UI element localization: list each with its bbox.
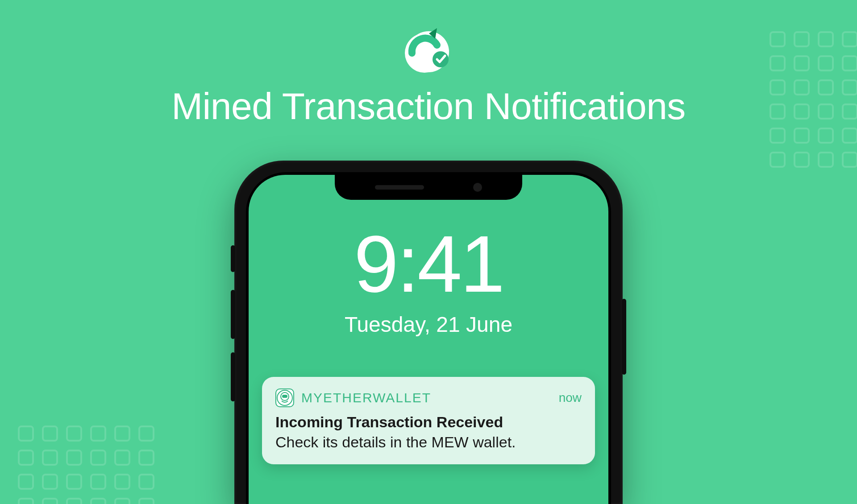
hero-section: Mined Transaction Notifications (0, 0, 857, 128)
phone-speaker (375, 185, 424, 190)
phone-frame: 9:41 Tuesday, 21 June MY (234, 161, 623, 504)
svg-rect-4 (282, 395, 287, 398)
decorative-squares-bottom-left (18, 426, 154, 504)
notification-app-name: MYETHERWALLET (301, 390, 431, 405)
notification-title: Incoming Transaction Received (275, 413, 582, 431)
notification-card[interactable]: MYETHERWALLET now Incoming Transaction R… (262, 377, 595, 464)
notification-body: Check its details in the MEW wallet. (275, 434, 582, 451)
phone-front-camera (473, 183, 482, 192)
phone-notch (335, 175, 522, 200)
page-title: Mined Transaction Notifications (171, 85, 686, 128)
lock-screen-date: Tuesday, 21 June (262, 312, 595, 337)
phone-mockup: 9:41 Tuesday, 21 June MY (234, 161, 623, 504)
notification-time: now (559, 391, 582, 405)
checkmark-circle-icon (404, 27, 453, 76)
mew-astronaut-icon (275, 388, 294, 407)
notification-header: MYETHERWALLET now (275, 388, 582, 407)
phone-volume-down-button (231, 352, 235, 401)
phone-screen: 9:41 Tuesday, 21 June MY (249, 175, 608, 504)
phone-volume-up-button (231, 290, 235, 339)
phone-power-button (622, 299, 626, 375)
lock-screen-clock: 9:41 (262, 224, 595, 304)
logo-badge (408, 31, 449, 72)
phone-mute-switch (231, 245, 235, 272)
